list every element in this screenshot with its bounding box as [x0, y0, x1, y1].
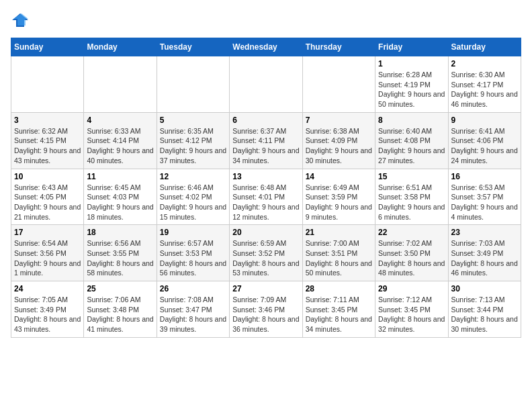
day-number: 13 [232, 172, 299, 181]
day-number: 14 [306, 172, 372, 181]
day-info: Sunrise: 6:33 AM Sunset: 4:14 PM Dayligh… [87, 126, 153, 166]
calendar-cell [11, 56, 84, 113]
weekday-header-sunday: Sunday [11, 38, 84, 56]
calendar-cell: 30Sunrise: 7:13 AM Sunset: 3:44 PM Dayli… [448, 281, 521, 338]
day-number: 20 [232, 228, 299, 237]
day-info: Sunrise: 6:43 AM Sunset: 4:05 PM Dayligh… [14, 183, 81, 222]
week-row-3: 10Sunrise: 6:43 AM Sunset: 4:05 PM Dayli… [11, 169, 521, 225]
calendar-cell: 29Sunrise: 7:12 AM Sunset: 3:45 PM Dayli… [375, 281, 448, 338]
calendar-cell: 22Sunrise: 7:02 AM Sunset: 3:50 PM Dayli… [375, 225, 448, 281]
calendar-cell: 5Sunrise: 6:35 AM Sunset: 4:12 PM Daylig… [157, 112, 229, 169]
day-info: Sunrise: 6:49 AM Sunset: 3:59 PM Dayligh… [306, 183, 372, 222]
day-number: 6 [232, 116, 299, 125]
week-row-1: 1Sunrise: 6:28 AM Sunset: 4:19 PM Daylig… [11, 56, 521, 113]
day-number: 25 [87, 284, 153, 293]
calendar-cell: 12Sunrise: 6:46 AM Sunset: 4:02 PM Dayli… [157, 169, 229, 225]
calendar-cell: 13Sunrise: 6:48 AM Sunset: 4:01 PM Dayli… [230, 169, 302, 225]
day-info: Sunrise: 6:41 AM Sunset: 4:06 PM Dayligh… [451, 126, 518, 166]
day-number: 7 [306, 116, 372, 125]
day-info: Sunrise: 7:05 AM Sunset: 3:49 PM Dayligh… [14, 295, 81, 334]
calendar-cell: 9Sunrise: 6:41 AM Sunset: 4:06 PM Daylig… [448, 112, 521, 169]
day-number: 19 [160, 228, 226, 237]
day-number: 17 [14, 228, 81, 237]
calendar-cell: 26Sunrise: 7:08 AM Sunset: 3:47 PM Dayli… [157, 281, 229, 338]
day-info: Sunrise: 6:45 AM Sunset: 4:03 PM Dayligh… [87, 183, 153, 222]
week-row-4: 17Sunrise: 6:54 AM Sunset: 3:56 PM Dayli… [11, 225, 521, 281]
calendar-cell: 28Sunrise: 7:11 AM Sunset: 3:45 PM Dayli… [302, 281, 375, 338]
day-info: Sunrise: 6:30 AM Sunset: 4:17 PM Dayligh… [451, 70, 518, 109]
day-number: 3 [14, 116, 81, 125]
day-info: Sunrise: 6:40 AM Sunset: 4:08 PM Dayligh… [378, 126, 445, 166]
day-info: Sunrise: 7:02 AM Sunset: 3:50 PM Dayligh… [378, 238, 445, 278]
day-info: Sunrise: 6:28 AM Sunset: 4:19 PM Dayligh… [378, 70, 445, 109]
day-number: 15 [378, 172, 445, 181]
weekday-header-monday: Monday [84, 38, 157, 56]
day-number: 27 [232, 284, 299, 293]
day-number: 24 [14, 284, 81, 293]
calendar-cell: 25Sunrise: 7:06 AM Sunset: 3:48 PM Dayli… [84, 281, 157, 338]
day-number: 4 [87, 116, 153, 125]
week-row-5: 24Sunrise: 7:05 AM Sunset: 3:49 PM Dayli… [11, 281, 521, 338]
day-info: Sunrise: 7:03 AM Sunset: 3:49 PM Dayligh… [451, 238, 518, 278]
day-info: Sunrise: 6:46 AM Sunset: 4:02 PM Dayligh… [160, 183, 226, 222]
calendar-cell: 10Sunrise: 6:43 AM Sunset: 4:05 PM Dayli… [11, 169, 84, 225]
day-number: 16 [451, 172, 518, 181]
day-info: Sunrise: 6:53 AM Sunset: 3:57 PM Dayligh… [451, 183, 518, 222]
calendar-cell [230, 56, 302, 113]
day-info: Sunrise: 7:08 AM Sunset: 3:47 PM Dayligh… [160, 295, 226, 334]
calendar-cell: 6Sunrise: 6:37 AM Sunset: 4:11 PM Daylig… [230, 112, 302, 169]
calendar-cell: 21Sunrise: 7:00 AM Sunset: 3:51 PM Dayli… [302, 225, 375, 281]
calendar-cell: 15Sunrise: 6:51 AM Sunset: 3:58 PM Dayli… [375, 169, 448, 225]
day-info: Sunrise: 7:11 AM Sunset: 3:45 PM Dayligh… [306, 295, 372, 334]
day-number: 8 [378, 116, 445, 125]
weekday-header-wednesday: Wednesday [230, 38, 302, 56]
week-row-2: 3Sunrise: 6:32 AM Sunset: 4:15 PM Daylig… [11, 112, 521, 169]
day-number: 22 [378, 228, 445, 237]
day-number: 11 [87, 172, 153, 181]
calendar-cell: 3Sunrise: 6:32 AM Sunset: 4:15 PM Daylig… [11, 112, 84, 169]
calendar-cell: 17Sunrise: 6:54 AM Sunset: 3:56 PM Dayli… [11, 225, 84, 281]
weekday-header-friday: Friday [375, 38, 448, 56]
logo [11, 11, 32, 30]
day-info: Sunrise: 6:51 AM Sunset: 3:58 PM Dayligh… [378, 183, 445, 222]
calendar-cell: 20Sunrise: 6:59 AM Sunset: 3:52 PM Dayli… [230, 225, 302, 281]
weekday-header-thursday: Thursday [302, 38, 375, 56]
weekday-header-saturday: Saturday [448, 38, 521, 56]
day-info: Sunrise: 7:06 AM Sunset: 3:48 PM Dayligh… [87, 295, 153, 334]
day-info: Sunrise: 6:35 AM Sunset: 4:12 PM Dayligh… [160, 126, 226, 166]
calendar-cell: 1Sunrise: 6:28 AM Sunset: 4:19 PM Daylig… [375, 56, 448, 113]
day-info: Sunrise: 7:09 AM Sunset: 3:46 PM Dayligh… [232, 295, 299, 334]
day-number: 26 [160, 284, 226, 293]
calendar-cell: 23Sunrise: 7:03 AM Sunset: 3:49 PM Dayli… [448, 225, 521, 281]
day-info: Sunrise: 6:32 AM Sunset: 4:15 PM Dayligh… [14, 126, 81, 166]
calendar-cell [302, 56, 375, 113]
logo-icon [11, 11, 30, 30]
day-info: Sunrise: 6:56 AM Sunset: 3:55 PM Dayligh… [87, 238, 153, 278]
calendar-table: SundayMondayTuesdayWednesdayThursdayFrid… [11, 38, 521, 338]
calendar-cell: 18Sunrise: 6:56 AM Sunset: 3:55 PM Dayli… [84, 225, 157, 281]
calendar-cell: 7Sunrise: 6:38 AM Sunset: 4:09 PM Daylig… [302, 112, 375, 169]
weekday-header-tuesday: Tuesday [157, 38, 229, 56]
day-number: 28 [306, 284, 372, 293]
calendar-cell: 19Sunrise: 6:57 AM Sunset: 3:53 PM Dayli… [157, 225, 229, 281]
day-info: Sunrise: 6:37 AM Sunset: 4:11 PM Dayligh… [232, 126, 299, 166]
day-number: 29 [378, 284, 445, 293]
day-number: 30 [451, 284, 518, 293]
calendar-cell: 11Sunrise: 6:45 AM Sunset: 4:03 PM Dayli… [84, 169, 157, 225]
day-info: Sunrise: 6:59 AM Sunset: 3:52 PM Dayligh… [232, 238, 299, 278]
page-header [11, 11, 521, 30]
calendar-cell: 14Sunrise: 6:49 AM Sunset: 3:59 PM Dayli… [302, 169, 375, 225]
calendar-cell: 8Sunrise: 6:40 AM Sunset: 4:08 PM Daylig… [375, 112, 448, 169]
day-info: Sunrise: 6:54 AM Sunset: 3:56 PM Dayligh… [14, 238, 81, 278]
day-info: Sunrise: 6:57 AM Sunset: 3:53 PM Dayligh… [160, 238, 226, 278]
calendar-cell: 2Sunrise: 6:30 AM Sunset: 4:17 PM Daylig… [448, 56, 521, 113]
day-number: 10 [14, 172, 81, 181]
weekday-header-row: SundayMondayTuesdayWednesdayThursdayFrid… [11, 38, 521, 56]
calendar-cell: 27Sunrise: 7:09 AM Sunset: 3:46 PM Dayli… [230, 281, 302, 338]
calendar-cell: 16Sunrise: 6:53 AM Sunset: 3:57 PM Dayli… [448, 169, 521, 225]
day-info: Sunrise: 6:48 AM Sunset: 4:01 PM Dayligh… [232, 183, 299, 222]
day-info: Sunrise: 7:00 AM Sunset: 3:51 PM Dayligh… [306, 238, 372, 278]
day-number: 5 [160, 116, 226, 125]
day-info: Sunrise: 7:13 AM Sunset: 3:44 PM Dayligh… [451, 295, 518, 334]
calendar-cell: 24Sunrise: 7:05 AM Sunset: 3:49 PM Dayli… [11, 281, 84, 338]
